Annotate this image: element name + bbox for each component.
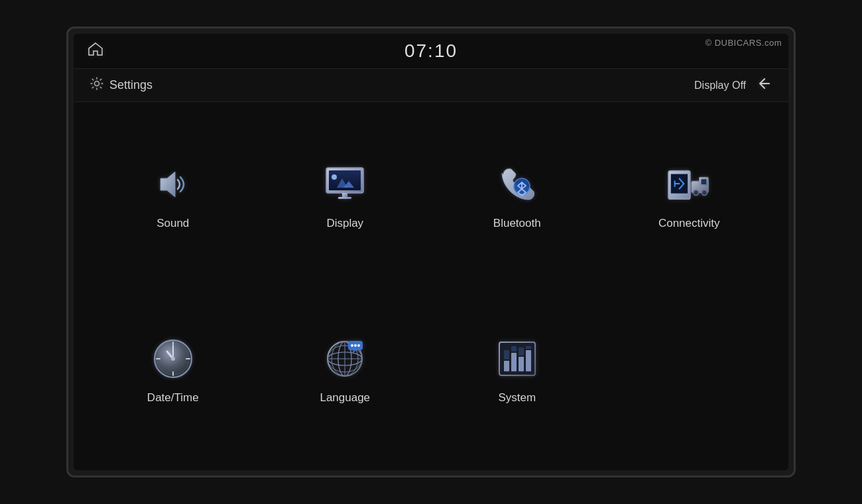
car-infotainment-frame: © DUBICARS.com 07:10 Settings: [66, 27, 796, 477]
home-icon[interactable]: [87, 40, 104, 62]
sound-icon: [150, 161, 196, 208]
svg-point-15: [694, 190, 699, 196]
system-item[interactable]: System: [431, 283, 603, 458]
svg-rect-14: [702, 179, 707, 184]
svg-rect-42: [519, 357, 524, 371]
settings-label: Settings: [90, 76, 153, 94]
back-icon[interactable]: [757, 76, 772, 95]
empty-cell: [603, 283, 776, 458]
display-label: Display: [326, 217, 363, 230]
svg-rect-7: [342, 193, 347, 197]
svg-rect-44: [526, 350, 531, 371]
svg-rect-40: [511, 353, 517, 371]
svg-point-6: [332, 174, 337, 180]
datetime-item[interactable]: Date/Time: [87, 283, 259, 458]
svg-rect-38: [504, 361, 509, 371]
svg-point-36: [357, 344, 360, 347]
language-item[interactable]: Language: [259, 283, 432, 458]
header-bar: 07:10: [74, 34, 788, 69]
time-display: 07:10: [404, 40, 458, 62]
bluetooth-label: Bluetooth: [493, 217, 541, 230]
datetime-icon: [150, 336, 196, 382]
connectivity-icon: [666, 161, 712, 208]
svg-point-34: [351, 344, 353, 347]
svg-point-16: [702, 190, 708, 196]
svg-point-25: [171, 357, 175, 361]
system-icon: [494, 336, 540, 382]
svg-rect-43: [519, 347, 524, 355]
sound-item[interactable]: Sound: [87, 109, 259, 283]
header-right: Display Off: [694, 76, 772, 95]
display-icon: [322, 161, 368, 208]
svg-rect-39: [504, 350, 509, 359]
settings-text: Settings: [109, 78, 153, 92]
svg-point-0: [95, 82, 99, 86]
language-label: Language: [320, 391, 370, 405]
bluetooth-item[interactable]: Bluetooth: [431, 109, 603, 283]
connectivity-item[interactable]: Connectivity: [603, 109, 776, 283]
system-label: System: [498, 391, 536, 405]
display-off-button[interactable]: Display Off: [694, 80, 746, 92]
connectivity-label: Connectivity: [658, 217, 720, 230]
display-item[interactable]: Display: [259, 109, 432, 283]
sound-label: Sound: [156, 217, 189, 230]
settings-grid: Sound: [74, 102, 788, 470]
screen: 07:10 Settings Display Off: [74, 34, 788, 470]
svg-marker-1: [160, 172, 175, 197]
watermark: © DUBICARS.com: [705, 38, 782, 48]
svg-rect-41: [511, 346, 517, 351]
datetime-label: Date/Time: [147, 391, 199, 405]
bluetooth-icon: [494, 161, 540, 208]
svg-point-35: [354, 344, 357, 347]
language-icon: [322, 336, 368, 382]
svg-rect-8: [338, 197, 351, 199]
gear-icon: [90, 76, 104, 94]
svg-rect-45: [526, 346, 531, 349]
settings-bar: Settings Display Off: [74, 69, 788, 102]
